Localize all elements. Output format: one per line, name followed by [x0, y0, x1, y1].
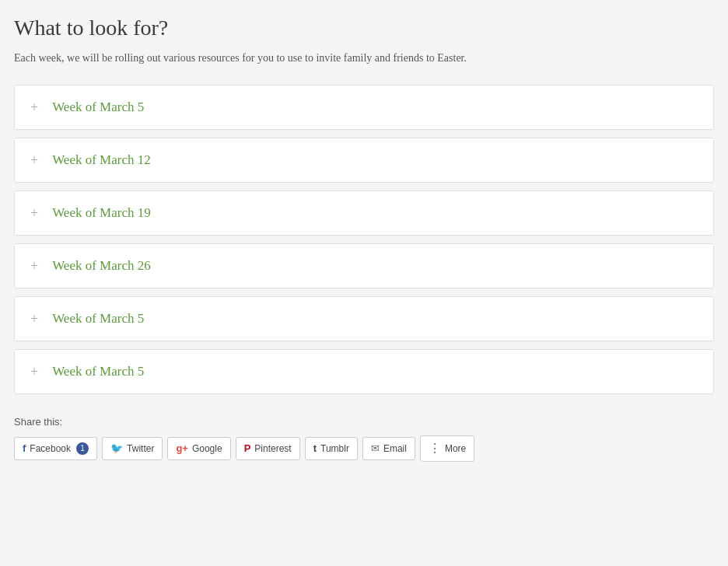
- share-btn-more[interactable]: ⋮More: [420, 435, 474, 462]
- accordion-item[interactable]: + Week of March 26: [14, 243, 714, 288]
- page-container: What to look for? Each week, we will be …: [0, 0, 728, 485]
- twitter-icon: 🐦: [110, 442, 123, 456]
- share-btn-email[interactable]: ✉Email: [362, 437, 415, 460]
- share-btn-label: Google: [192, 442, 222, 456]
- more-icon: ⋮: [429, 440, 441, 457]
- accordion-label: Week of March 12: [52, 152, 151, 168]
- share-buttons: fFacebook1🐦Twitterg+GooglePPinteresttTum…: [14, 435, 714, 462]
- share-btn-tumblr[interactable]: tTumblr: [305, 437, 358, 460]
- share-badge: 1: [76, 442, 89, 455]
- share-btn-label: Pinterest: [254, 442, 291, 456]
- share-btn-google[interactable]: g+Google: [167, 437, 230, 460]
- page-title: What to look for?: [14, 16, 714, 40]
- page-description: Each week, we will be rolling out variou…: [14, 50, 714, 66]
- share-btn-label: Twitter: [127, 442, 154, 456]
- accordion-list: + Week of March 5 + Week of March 12 + W…: [14, 85, 714, 394]
- plus-icon: +: [30, 100, 38, 114]
- share-btn-pinterest[interactable]: PPinterest: [236, 437, 300, 460]
- share-btn-label: Email: [383, 442, 407, 456]
- share-section: Share this: fFacebook1🐦Twitterg+GooglePP…: [14, 416, 714, 462]
- share-btn-label: Tumblr: [320, 442, 349, 456]
- tumblr-icon: t: [313, 442, 317, 456]
- pinterest-icon: P: [244, 442, 251, 456]
- accordion-label: Week of March 5: [52, 100, 144, 115]
- share-btn-label: More: [445, 442, 466, 456]
- share-btn-facebook[interactable]: fFacebook1: [14, 437, 97, 460]
- accordion-label: Week of March 5: [52, 364, 144, 379]
- share-title: Share this:: [14, 416, 714, 428]
- plus-icon: +: [30, 312, 38, 326]
- accordion-item[interactable]: + Week of March 5: [14, 85, 714, 130]
- share-btn-twitter[interactable]: 🐦Twitter: [102, 437, 163, 460]
- plus-icon: +: [30, 153, 38, 167]
- google-icon: g+: [176, 442, 188, 456]
- email-icon: ✉: [371, 442, 380, 456]
- plus-icon: +: [30, 206, 38, 220]
- plus-icon: +: [30, 259, 38, 273]
- accordion-label: Week of March 19: [52, 205, 151, 221]
- plus-icon: +: [30, 365, 38, 379]
- accordion-item[interactable]: + Week of March 19: [14, 190, 714, 236]
- accordion-item[interactable]: + Week of March 12: [14, 138, 714, 183]
- share-btn-label: Facebook: [30, 442, 71, 456]
- accordion-item[interactable]: + Week of March 5: [14, 296, 714, 341]
- accordion-item[interactable]: + Week of March 5: [14, 349, 714, 394]
- accordion-label: Week of March 26: [52, 258, 151, 274]
- accordion-label: Week of March 5: [52, 311, 144, 327]
- facebook-icon: f: [23, 442, 26, 456]
